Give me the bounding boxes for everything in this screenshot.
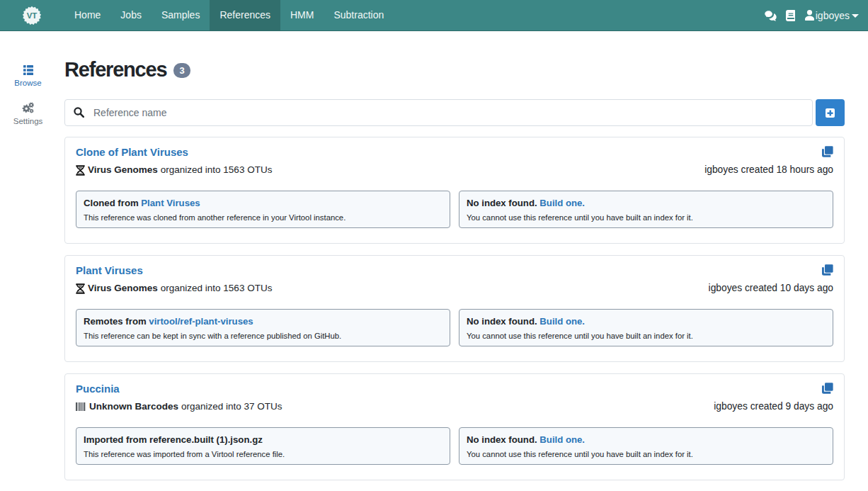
svg-text:VT: VT: [27, 11, 38, 20]
